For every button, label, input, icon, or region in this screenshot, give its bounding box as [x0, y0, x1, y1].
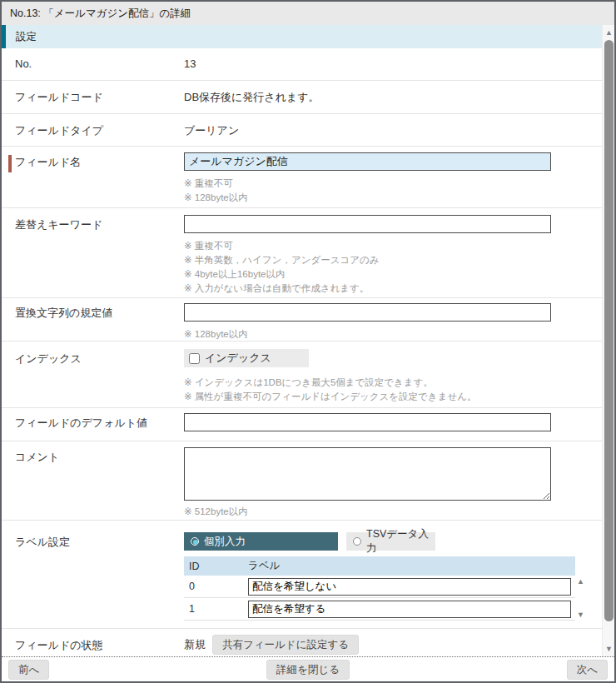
- scroll-down-icon[interactable]: ▼: [577, 611, 584, 619]
- label-0-input[interactable]: [248, 578, 571, 596]
- label-table-header: ID ラベル: [184, 556, 575, 576]
- index-label: インデックス: [2, 349, 184, 407]
- field-code-label: フィールドコード: [2, 90, 184, 113]
- index-checkbox[interactable]: [189, 353, 200, 364]
- note: ※ 属性が重複不可のフィールドはインデックスを設定できません。: [184, 390, 602, 404]
- replace-default-label: 置換文字列の規定値: [2, 303, 184, 341]
- required-marker: [8, 155, 12, 172]
- radio-individual-input[interactable]: 個別入力: [184, 532, 338, 551]
- set-shared-field-button[interactable]: 共有フィールドに設定する: [212, 635, 359, 655]
- next-button[interactable]: 次へ: [567, 660, 608, 680]
- table-row: 1: [184, 598, 575, 621]
- note: ※ 入力がない場合は自動で作成されます。: [184, 282, 602, 296]
- radio-individual-label: 個別入力: [204, 535, 246, 549]
- note: ※ 512byte以内: [184, 505, 602, 519]
- no-label: No.: [2, 57, 184, 80]
- note: ※ 4byte以上16byte以内: [184, 267, 602, 282]
- row-field-default: フィールドのデフォルト値: [2, 408, 602, 441]
- row-no: No. 13: [2, 48, 602, 81]
- note: ※ インデックスは1DBにつき最大5個まで設定できます。: [184, 376, 602, 390]
- index-checkbox-box[interactable]: インデックス: [184, 349, 309, 367]
- label-input-mode-group: 個別入力 TSVデータ入力: [184, 532, 602, 551]
- replace-keyword-input[interactable]: [184, 215, 551, 233]
- row-replace-default: 置換文字列の規定値 ※ 128byte以内: [2, 298, 602, 342]
- replace-keyword-notes: ※ 重複不可 ※ 半角英数，ハイフン，アンダースコアのみ ※ 4byte以上16…: [184, 239, 602, 296]
- no-value: 13: [184, 57, 602, 80]
- dialog-content: 設定 No. 13 フィールドコード DB保存後に発行されます。 フィールドタイ…: [2, 25, 602, 656]
- comment-textarea[interactable]: [184, 447, 551, 501]
- field-name-notes: ※ 重複不可 ※ 128byte以内: [184, 177, 602, 205]
- note: ※ 128byte以内: [184, 327, 602, 342]
- field-type-value: ブーリアン: [184, 123, 602, 146]
- row-field-code: フィールドコード DB保存後に発行されます。: [2, 81, 602, 114]
- note: ※ 半角英数，ハイフン，アンダースコアのみ: [184, 253, 602, 267]
- radio-tsv-label: TSVデータ入力: [366, 527, 435, 556]
- table-row: 0: [184, 576, 575, 598]
- field-default-label: フィールドのデフォルト値: [2, 413, 184, 441]
- note: ※ 重複不可: [184, 177, 602, 191]
- field-status-value: 新規: [184, 637, 206, 652]
- header-label: ラベル: [248, 559, 575, 573]
- header-id: ID: [184, 561, 248, 572]
- row-field-type: フィールドタイプ ブーリアン: [2, 114, 602, 147]
- field-name-label: フィールド名: [2, 152, 184, 207]
- field-name-input[interactable]: [184, 152, 551, 171]
- radio-tsv-input[interactable]: TSVデータ入力: [346, 532, 435, 551]
- field-detail-dialog: No.13: 「メールマガジン配信」の詳細 設定 No. 13 フィールドコード…: [0, 0, 616, 683]
- scrollbar-up-icon[interactable]: ▲: [603, 27, 615, 38]
- row-field-status: フィールドの状態 新規 共有フィールドに設定する: [2, 629, 602, 656]
- row-id-cell: 1: [184, 603, 248, 615]
- field-status-label: フィールドの状態: [2, 635, 184, 656]
- section-header-settings: 設定: [2, 25, 602, 48]
- note: ※ 128byte以内: [184, 191, 602, 205]
- field-type-label: フィールドタイプ: [2, 123, 184, 146]
- scrollbar-thumb[interactable]: [604, 40, 614, 621]
- close-detail-button[interactable]: 詳細を閉じる: [266, 660, 350, 680]
- field-code-value: DB保存後に発行されます。: [184, 90, 602, 113]
- label-table-scrollbar[interactable]: ▲ ▼: [575, 576, 587, 621]
- label-1-input[interactable]: [248, 601, 571, 618]
- dialog-footer: 前へ 詳細を閉じる 次へ: [2, 656, 614, 681]
- row-replace-keyword: 差替えキーワード ※ 重複不可 ※ 半角英数，ハイフン，アンダースコアのみ ※ …: [2, 208, 602, 298]
- field-default-input[interactable]: [184, 413, 551, 431]
- replace-keyword-label: 差替えキーワード: [2, 215, 184, 297]
- radio-selected-icon: [191, 537, 199, 546]
- label-setting-label: ラベル設定: [2, 532, 184, 628]
- scroll-up-icon[interactable]: ▲: [577, 577, 584, 586]
- row-index: インデックス インデックス ※ インデックスは1DBにつき最大5個まで設定できま…: [2, 342, 602, 408]
- main-scrollbar[interactable]: ▲ ▼: [602, 25, 614, 656]
- row-comment: コメント ※ 512byte以内: [2, 441, 602, 521]
- comment-label: コメント: [2, 447, 184, 520]
- radio-unselected-icon: [353, 537, 361, 546]
- label-table: ID ラベル 0 1: [184, 556, 575, 621]
- replace-default-input[interactable]: [184, 303, 551, 322]
- row-field-name: フィールド名 ※ 重複不可 ※ 128byte以内: [2, 147, 602, 208]
- prev-button[interactable]: 前へ: [8, 660, 49, 680]
- note: ※ 重複不可: [184, 239, 602, 253]
- row-id-cell: 0: [184, 581, 248, 592]
- dialog-title: No.13: 「メールマガジン配信」の詳細: [2, 2, 614, 25]
- index-checkbox-label: インデックス: [205, 351, 271, 366]
- row-label-setting: ラベル設定 個別入力 TSVデータ入力 ID: [2, 521, 602, 629]
- scrollbar-down-icon[interactable]: ▼: [603, 643, 615, 655]
